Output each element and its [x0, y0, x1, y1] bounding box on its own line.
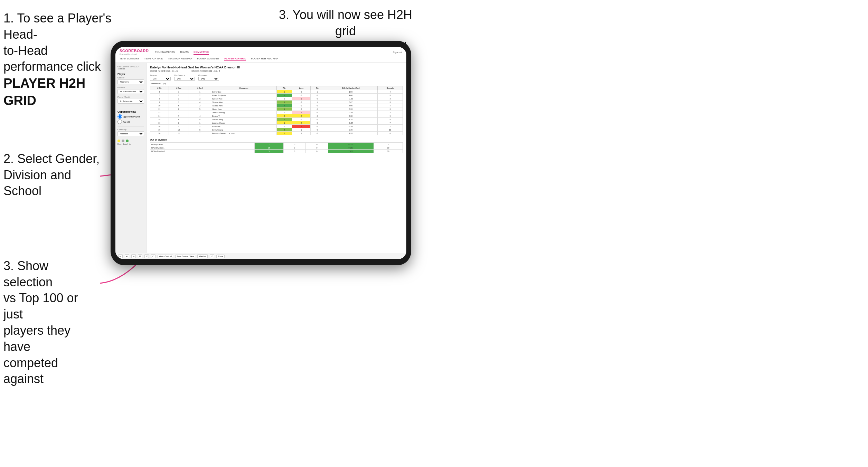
td-loss: 1 — [292, 111, 311, 114]
annotation-step2-text: 2. Select Gender, Division and School — [3, 152, 100, 198]
sub-nav-team-h2h-heatmap[interactable]: TEAM H2H HEATMAP — [168, 57, 192, 61]
annotation-step3b: 3. Show selection vs Top 100 or just pla… — [3, 242, 100, 387]
td-diff: 3.33 — [324, 107, 378, 111]
sidebar-division-select[interactable]: NCAA Division III — [117, 89, 144, 94]
main-area: Katelyn Vo Head-to-Head Grid for Women's… — [147, 63, 406, 253]
toolbar-circle[interactable]: ◌ — [151, 254, 155, 258]
td-div: 6 — [150, 97, 169, 101]
app-header: SCOREBOARD Powered by clippd TOURNAMENTS… — [115, 47, 406, 63]
ood-table-row: Foreign Team 1 0 0 4.500 2 — [150, 143, 403, 146]
sidebar-player-rank-select[interactable]: 8. Katelyn Vo — [117, 99, 144, 104]
colour-dots — [117, 140, 144, 142]
nav-sign-out[interactable]: Sign out — [393, 51, 402, 54]
table-row: 20 11 7 Federica Domecq Lacroze 2 1 0 1.… — [150, 132, 403, 135]
td-win: 2 — [276, 132, 292, 135]
tablet-screen: SCOREBOARD Powered by clippd TOURNAMENTS… — [115, 47, 406, 259]
filter-region-select[interactable]: (All) — [150, 77, 171, 81]
td-loss: 0 — [292, 104, 311, 107]
td-conf: 3 — [189, 97, 211, 101]
td-opponent: Sharon Mun — [211, 101, 276, 104]
tablet-device: SCOREBOARD Powered by clippd TOURNAMENTS… — [111, 41, 411, 265]
td-win: 1 — [276, 107, 292, 111]
td-reg: 8 — [169, 118, 189, 121]
toolbar-redo2[interactable]: ↪ — [131, 254, 136, 258]
td-diff: -3.00 — [324, 111, 378, 114]
ood-td-tie: 0 — [306, 143, 328, 146]
td-reg: 1 — [169, 101, 189, 104]
radio-opponents-played[interactable]: Opponents Played — [117, 114, 144, 119]
colour-label-down: Down — [117, 143, 122, 145]
td-tie: 0 — [310, 107, 324, 111]
filter-opponent-select[interactable]: (All) — [198, 77, 219, 81]
ood-td-tie: 0 — [306, 146, 328, 150]
toolbar-redo1[interactable]: ↩ — [125, 254, 129, 258]
annotation-step1-bold: PLAYER H2H GRID — [3, 76, 85, 107]
annotation-step2: 2. Select Gender, Division and School — [3, 135, 100, 199]
sub-nav-player-summary[interactable]: PLAYER SUMMARY — [197, 57, 220, 61]
annotation-step3b-text: 3. Show selection vs Top 100 or just pla… — [3, 259, 78, 386]
th-tie: Tie — [310, 86, 324, 90]
sub-nav-team-h2h-grid[interactable]: TEAM H2H GRID — [144, 57, 163, 61]
nav-teams[interactable]: TEAMS — [180, 50, 189, 55]
toolbar-undo[interactable]: ↩ — [118, 254, 123, 258]
toolbar-refresh[interactable]: ↺ — [144, 254, 149, 258]
h2h-title: Katelyn Vo Head-to-Head Grid for Women's… — [150, 66, 403, 69]
td-conf: 2 — [189, 125, 211, 128]
sidebar-gender-label: Gender — [117, 77, 144, 79]
nav-tournaments[interactable]: TOURNAMENTS — [155, 50, 175, 55]
td-rounds: 2 — [377, 111, 403, 114]
radio-top100[interactable]: Top 100 — [117, 120, 144, 124]
toolbar-expand[interactable]: ↗ — [210, 254, 214, 258]
toolbar-view-original[interactable]: View: Original — [158, 255, 173, 258]
th-rounds: Rounds — [377, 86, 403, 90]
td-diff: 0.38 — [324, 114, 378, 118]
th-opponent: Opponent — [211, 86, 276, 90]
td-div: 15 — [150, 118, 169, 121]
sidebar-divider2 — [117, 126, 144, 126]
toolbar-grid[interactable]: ⊞ — [138, 254, 142, 258]
td-tie: 0 — [310, 118, 324, 121]
th-win: Win — [276, 86, 292, 90]
td-reg: 10 — [169, 128, 189, 132]
sub-nav-player-h2h-heatmap[interactable]: PLAYER H2H HEATMAP — [251, 57, 278, 61]
td-opponent: Stella Cheng — [211, 118, 276, 121]
logo-powered: Powered by clippd — [120, 53, 149, 55]
sub-nav-team-summary[interactable]: TEAM SUMMARY — [120, 57, 139, 61]
filter-conference-label: Conference — [174, 74, 195, 76]
table-row: 3 1 1 Esther Lee 1 0 1 1.50 4 — [150, 90, 403, 94]
td-loss: 0 — [292, 107, 311, 111]
nav-items: TOURNAMENTS TEAMS COMMITTEE — [155, 50, 393, 55]
filter-conference-select[interactable]: (All) — [174, 77, 195, 81]
td-div: 16 — [150, 121, 169, 125]
table-row: 14 7 4 Eunice Yi 2 2 0 0.38 9 — [150, 114, 403, 118]
toolbar-save-custom[interactable]: Save Custom View — [175, 255, 196, 258]
td-diff: -0.94 — [324, 121, 378, 125]
sub-nav: TEAM SUMMARY TEAM H2H GRID TEAM H2H HEAT… — [120, 57, 402, 63]
annotation-step1-line2: to-Head performance click — [3, 44, 101, 74]
td-div: 13 — [150, 111, 169, 114]
nav-committee[interactable]: COMMITTEE — [194, 50, 209, 55]
td-conf: 1 — [189, 111, 211, 114]
toolbar-watch[interactable]: Watch ▾ — [197, 254, 207, 258]
colour-section: Colour by Win/loss Down Level Up — [117, 128, 144, 145]
sub-nav-player-h2h-grid[interactable]: PLAYER H2H GRID — [224, 57, 246, 61]
division-record: Division Record: 331 - 34 - 6 — [191, 70, 220, 72]
toolbar-share[interactable]: Share — [216, 255, 225, 258]
td-conf: 4 — [189, 101, 211, 104]
td-rounds: 3 — [377, 94, 403, 97]
td-opponent: Jessica Huang — [211, 111, 276, 114]
table-header-row: # Div # Reg # Conf Opponent Win Loss Tie… — [150, 86, 403, 90]
colour-by-select[interactable]: Win/loss — [117, 131, 144, 136]
th-div: # Div — [150, 86, 169, 90]
td-div: 20 — [150, 132, 169, 135]
td-reg: 2 — [169, 107, 189, 111]
td-tie: 0 — [310, 111, 324, 114]
td-rounds: 4 — [377, 90, 403, 94]
td-win: 2 — [276, 114, 292, 118]
td-reg: 2 — [169, 125, 189, 128]
logo-scoreboard: SCOREBOARD — [120, 49, 149, 53]
sidebar-gender-select[interactable]: Women's — [117, 79, 144, 84]
filter-group-region: Region (All) — [150, 74, 171, 81]
td-win: 1 — [276, 121, 292, 125]
overall-record: Overall Record: 353 - 34 - 6 — [150, 70, 178, 72]
